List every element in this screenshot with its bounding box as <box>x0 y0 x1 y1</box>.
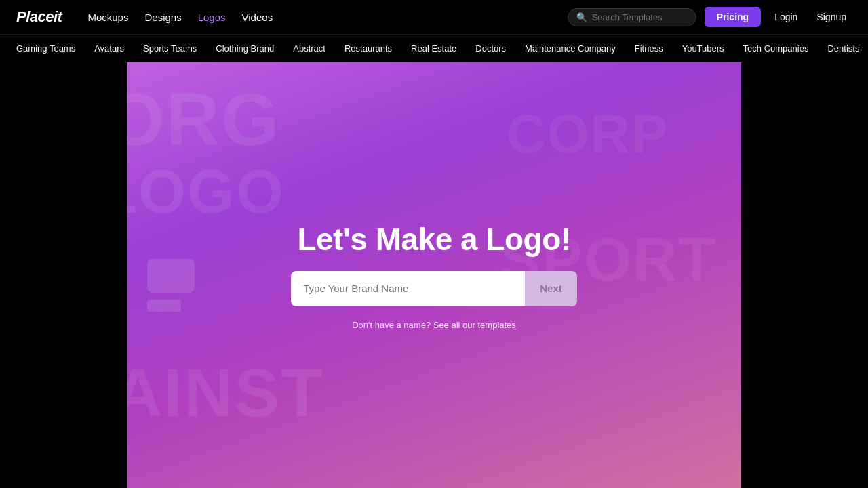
category-gaming-teams[interactable]: Gaming Teams <box>16 35 85 62</box>
category-avatars[interactable]: Avatars <box>85 35 134 62</box>
next-button[interactable]: Next <box>525 271 577 306</box>
category-bar: Gaming Teams Avatars Sports Teams Clothi… <box>0 34 868 62</box>
category-fitness[interactable]: Fitness <box>625 35 673 62</box>
brand-name-input[interactable] <box>291 271 525 306</box>
category-real-estate[interactable]: Real Estate <box>401 35 466 62</box>
category-dentists[interactable]: Dentists <box>818 35 868 62</box>
nav-designs[interactable]: Designs <box>144 12 181 23</box>
site-logo[interactable]: Placeit <box>16 8 62 26</box>
login-button[interactable]: Login <box>769 7 803 27</box>
hero-content: Let's Make a Logo! Next Don't have a nam… <box>291 221 577 330</box>
search-input[interactable] <box>592 12 688 22</box>
nav-mockups[interactable]: Mockups <box>87 12 128 23</box>
category-youtubers[interactable]: YouTubers <box>673 35 734 62</box>
nav-links: Mockups Designs Logos Videos <box>87 12 548 23</box>
category-maintenance[interactable]: Maintenance Company <box>515 35 625 62</box>
nav-logos[interactable]: Logos <box>198 12 226 23</box>
bg-logo-box-1 <box>147 259 195 293</box>
top-navigation: Placeit Mockups Designs Logos Videos 🔍 P… <box>0 0 868 34</box>
pricing-button[interactable]: Pricing <box>705 7 761 27</box>
nav-right: 🔍 Pricing Login Signup <box>568 7 852 27</box>
hero-input-row: Next <box>291 271 577 306</box>
category-restaurants[interactable]: Restaurants <box>335 35 401 62</box>
category-doctors[interactable]: Doctors <box>466 35 515 62</box>
bg-watermark-3: AINST <box>127 354 323 432</box>
bg-watermark-2: LOGO <box>127 157 285 227</box>
see-all-templates-link[interactable]: See all our templates <box>433 320 516 330</box>
signup-button[interactable]: Signup <box>811 7 852 27</box>
nav-videos[interactable]: Videos <box>242 12 273 23</box>
bg-logo-box-2 <box>147 300 181 312</box>
search-bar[interactable]: 🔍 <box>568 8 696 26</box>
bg-watermark-1: ORG <box>127 76 281 162</box>
hero-section: ORG LOGO AINST SPORT CORP Let's Make a L… <box>127 62 741 488</box>
category-clothing-brand[interactable]: Clothing Brand <box>206 35 283 62</box>
category-sports-teams[interactable]: Sports Teams <box>134 35 206 62</box>
hero-subtext: Don't have a name? See all our templates <box>352 320 516 330</box>
search-icon: 🔍 <box>576 12 587 22</box>
hero-title: Let's Make a Logo! <box>297 221 570 258</box>
bg-watermark-5: CORP <box>507 103 669 165</box>
category-abstract[interactable]: Abstract <box>283 35 335 62</box>
category-tech-companies[interactable]: Tech Companies <box>734 35 818 62</box>
